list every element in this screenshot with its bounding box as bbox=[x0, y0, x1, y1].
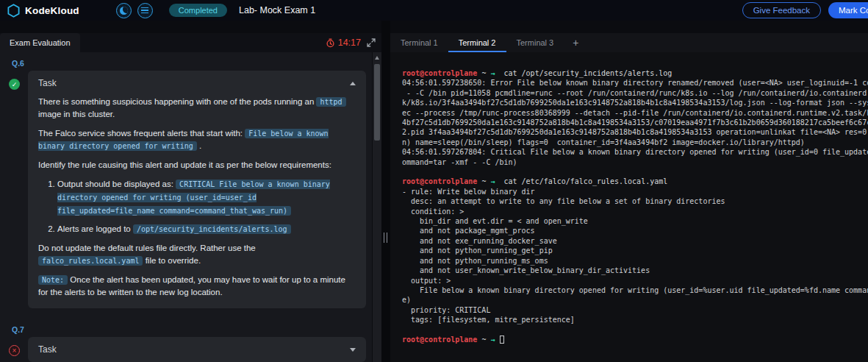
terminal-line: 04:56:01.597267804: Critical File below … bbox=[402, 147, 868, 157]
terminal-line: and not user_known_write_below_binary_di… bbox=[402, 266, 868, 275]
tune-icon bbox=[141, 7, 148, 14]
add-terminal-button[interactable]: + bbox=[564, 33, 587, 52]
inline-code: Note: bbox=[38, 275, 68, 285]
question-7-row: × Task bbox=[9, 337, 366, 362]
task-requirement-item: Alerts are logged to /opt/security_incid… bbox=[57, 223, 356, 236]
dark-mode-toggle-button[interactable] bbox=[116, 3, 132, 18]
terminal-panel: Terminal 1 Terminal 2 Terminal 3 + root@… bbox=[390, 21, 868, 362]
terminal-line: ec --process /tmp/runc-process80368999 -… bbox=[402, 108, 868, 118]
chevron-up-icon bbox=[350, 82, 356, 85]
inline-code: File below a known binary directory open… bbox=[38, 129, 329, 151]
terminal-line: and not exe_running_docker_save bbox=[402, 236, 868, 246]
exam-timer: 14:17 bbox=[326, 38, 361, 48]
terminal-line: root@controlplane ~ → cat /etc/falco/fal… bbox=[402, 177, 868, 186]
give-feedback-button[interactable]: Give Feedback bbox=[742, 2, 821, 18]
terminal-line: tags: [filesystem, mitre_persistence] bbox=[402, 315, 868, 324]
cross-icon: × bbox=[9, 345, 20, 356]
task-paragraph: Do not update the default rules file dir… bbox=[38, 242, 356, 267]
question-list: Q.6 ✓ Task There is something suspicious… bbox=[0, 52, 372, 362]
tab-terminal-1[interactable]: Terminal 1 bbox=[390, 33, 448, 52]
terminal-line bbox=[402, 167, 868, 177]
terminal-line: bin_dir and evt.dir = < and open_write bbox=[402, 216, 868, 226]
exam-panel-tabbar: Exam Evaluation 14:17 bbox=[0, 33, 381, 52]
inline-code: CRITICAL File below a known binary direc… bbox=[57, 180, 330, 216]
kodekloud-hexagon-icon bbox=[7, 4, 20, 18]
exam-panel: Exam Evaluation 14:17 Q.6 bbox=[0, 21, 381, 362]
mark-complete-button[interactable]: Mark Complete bbox=[828, 2, 868, 18]
question-6-row: ✓ Task There is something suspicious hap… bbox=[9, 71, 366, 308]
terminal-line: 2.pid 3f4aa3494bf27c5d1db7699250da1e163c… bbox=[402, 127, 868, 137]
terminal-line: and not python_running_ms_oms bbox=[402, 256, 868, 266]
inline-code: falco_rules.local.yaml bbox=[38, 256, 143, 266]
app-window: KodeKloud Completed Lab- Mock Exam 1 Giv… bbox=[0, 0, 868, 362]
task-card-q6-header[interactable]: Task bbox=[28, 71, 366, 96]
terminal-line: File below a known binary directory open… bbox=[402, 285, 868, 295]
terminal-line bbox=[402, 325, 868, 335]
panel-resize-divider[interactable] bbox=[381, 21, 390, 362]
terminal-line: e) bbox=[402, 295, 868, 305]
task-card-q6-body: There is something suspicious happening … bbox=[28, 96, 366, 308]
brand-name: KodeKloud bbox=[25, 5, 79, 16]
question-number: Q.6 bbox=[12, 59, 366, 68]
topbar: KodeKloud Completed Lab- Mock Exam 1 Giv… bbox=[0, 0, 868, 21]
terminal-line: desc: an attempt to write to any file be… bbox=[402, 196, 868, 206]
divider-handle-icon[interactable] bbox=[384, 233, 387, 243]
terminal-line: output: > bbox=[402, 276, 868, 285]
scrollbar-thumb[interactable] bbox=[374, 64, 380, 141]
expand-panel-button[interactable] bbox=[367, 38, 376, 47]
tab-exam-evaluation[interactable]: Exam Evaluation bbox=[0, 33, 80, 52]
terminal-line: 04:56:01.597238650: Error File below kno… bbox=[402, 78, 868, 88]
terminal-line: and not package_mgmt_procs bbox=[402, 226, 868, 235]
scrollbar-up-arrow-icon[interactable] bbox=[375, 56, 379, 60]
tab-terminal-2[interactable]: Terminal 2 bbox=[448, 33, 506, 52]
left-panel-scrollbar[interactable] bbox=[372, 52, 381, 362]
terminal-line: root@controlplane ~ → bbox=[402, 335, 868, 344]
task-paragraph: Note: Once the alert has been updated, y… bbox=[38, 274, 356, 299]
terminal-output[interactable]: root@controlplane ~ → cat /opt/security_… bbox=[390, 52, 868, 362]
expand-icon bbox=[367, 38, 376, 47]
terminal-line: root@controlplane ~ → cat /opt/security_… bbox=[402, 68, 868, 78]
terminal-line: condition: > bbox=[402, 207, 868, 216]
terminal-line: n) name=sleep(/bin/sleep) flags=0 contai… bbox=[402, 138, 868, 147]
terminal-cursor bbox=[500, 336, 504, 344]
terminal-line: k/k8s.io/3f4aa3494bf27c5d1db7699250da1e1… bbox=[402, 98, 868, 107]
terminal-line: - -C /bin pid=11058 pcmdline=runc --root… bbox=[402, 88, 868, 98]
terminal-line: priority: CRITICAL bbox=[402, 305, 868, 315]
terminal-line: - rule: Write below binary dir bbox=[402, 187, 868, 196]
kodekloud-logo[interactable]: KodeKloud bbox=[7, 4, 79, 18]
task-requirement-item: Output should be displayed as: CRITICAL … bbox=[57, 178, 356, 217]
lab-title: Lab- Mock Exam 1 bbox=[239, 5, 315, 15]
status-badge: Completed bbox=[169, 4, 227, 17]
task-paragraph: The Falco service shows frequent alerts … bbox=[38, 127, 356, 152]
task-paragraph: There is something suspicious happening … bbox=[38, 96, 356, 121]
tab-terminal-3[interactable]: Terminal 3 bbox=[506, 33, 564, 52]
main-area: Exam Evaluation 14:17 Q.6 bbox=[0, 21, 868, 362]
task-card-q7: Task bbox=[28, 337, 366, 362]
terminal-line: ommand=tar -xmf - -C /bin) bbox=[402, 157, 868, 167]
task-card-q6: Task There is something suspicious happe… bbox=[28, 71, 366, 308]
terminal-line: and not python_running_get_pip bbox=[402, 246, 868, 255]
task-card-q7-header[interactable]: Task bbox=[28, 337, 366, 362]
terminal-line: 4bf27c5d1db7699250da1e163c9148752a818b4b… bbox=[402, 118, 868, 127]
check-icon: ✓ bbox=[9, 79, 20, 90]
chevron-down-icon bbox=[350, 348, 356, 352]
task-paragraph: Identify the rule causing this alert and… bbox=[38, 159, 356, 171]
terminal-tabbar: Terminal 1 Terminal 2 Terminal 3 + bbox=[390, 33, 868, 52]
moon-icon bbox=[120, 7, 128, 15]
inline-code: /opt/security_incidents/alerts.log bbox=[133, 224, 291, 234]
layout-settings-button[interactable] bbox=[137, 3, 153, 18]
question-number: Q.7 bbox=[12, 325, 366, 334]
stopwatch-icon bbox=[326, 38, 335, 48]
task-requirements-list: Output should be displayed as: CRITICAL … bbox=[38, 178, 356, 235]
inline-code: httpd bbox=[316, 97, 345, 107]
